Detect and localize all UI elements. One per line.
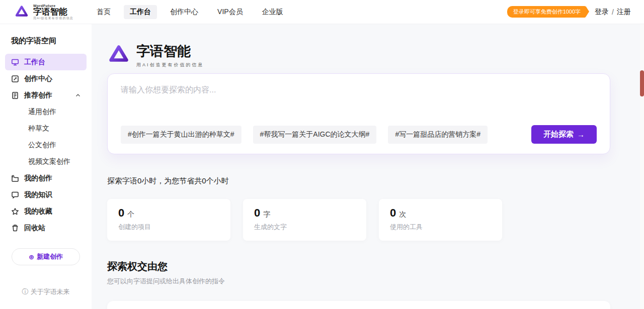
- nav-item-workbench[interactable]: 工作台: [124, 5, 157, 19]
- scrollbar-thumb[interactable]: [640, 70, 644, 96]
- sidebar: 我的字语空间 工作台 创作中心 推荐创作: [0, 24, 92, 309]
- stat-unit: 次: [399, 210, 406, 219]
- auth-divider: /: [612, 8, 614, 16]
- about-label: 关于字语未来: [31, 287, 70, 296]
- nav-item-vip[interactable]: VIP会员: [211, 5, 249, 19]
- search-input[interactable]: [121, 85, 597, 117]
- auth-links: 登录 / 注册: [595, 8, 631, 17]
- main-content: 字语智能 用AI创造更有价值的信息 #创作一篇关于黄山出游的种草文# #帮我写一…: [92, 24, 644, 309]
- sidebar-item-my-knowledge[interactable]: 我的知识: [5, 186, 87, 203]
- about-link[interactable]: ⓘ 关于字语未来: [5, 287, 87, 296]
- suggestion-chips-row: #创作一篇关于黄山出游的种草文# #帮我写一篇关于AIGC的论文大纲# #写一篇…: [121, 125, 597, 144]
- stat-label: 使用的工具: [390, 223, 491, 232]
- nav-item-home[interactable]: 首页: [91, 5, 117, 19]
- my-knowledge-icon: [11, 191, 19, 199]
- stat-value: 0: [118, 207, 124, 220]
- brand-triangle-icon-large: [107, 43, 130, 68]
- sidebar-item-recycle-bin[interactable]: 回收站: [5, 220, 87, 236]
- top-navbar: WordFuture 字语智能 用AI创造更有价值的信息 首页 工作台 创作中心…: [0, 0, 644, 24]
- qa-example-card: “ 字语智能是什么? 嗯，帮我创作一篇北京出游攻略 ▴: [107, 301, 610, 309]
- workbench-icon: [11, 58, 19, 66]
- app-logo[interactable]: WordFuture 字语智能 用AI创造更有价值的信息: [14, 4, 73, 20]
- chevron-up-icon[interactable]: [75, 93, 80, 98]
- creation-center-icon: [11, 75, 19, 83]
- stat-unit: 字: [263, 210, 270, 219]
- brand-triangle-icon: [14, 4, 29, 19]
- suggestion-chip-aigc[interactable]: #帮我写一篇关于AIGC的论文大纲#: [253, 126, 377, 144]
- sidebar-item-label: 创作中心: [24, 74, 52, 83]
- sidebar-title: 我的字语空间: [5, 31, 87, 54]
- sidebar-subitem-seeding[interactable]: 种草文: [5, 120, 87, 137]
- stat-card-tools: 0 次 使用的工具: [379, 199, 502, 241]
- explore-section-header: 探索权交由您 您可以向字语提问或给出具体创作的指令: [107, 260, 610, 286]
- section-subtitle: 您可以向字语提问或给出具体创作的指令: [107, 277, 610, 286]
- stat-cards-row: 0 个 创建的项目 0 字 生成的文字 0 次: [107, 199, 610, 241]
- register-link[interactable]: 注册: [617, 8, 631, 17]
- sidebar-item-label: 我的创作: [24, 174, 52, 183]
- sidebar-subitem-video-copy[interactable]: 视频文案创作: [5, 153, 87, 170]
- sidebar-item-label: 我的收藏: [24, 207, 52, 216]
- nav-item-enterprise[interactable]: 企业版: [256, 5, 289, 19]
- page-scrollbar[interactable]: [640, 24, 644, 309]
- brand-tagline: 用AI创造更有价值的信息: [33, 17, 73, 20]
- sidebar-item-my-works[interactable]: 我的创作: [5, 170, 87, 186]
- suggestion-chip-dessert[interactable]: #写一篇甜品店的营销方案#: [388, 126, 488, 144]
- section-title: 探索权交由您: [107, 260, 610, 273]
- stat-card-words: 0 字 生成的文字: [243, 199, 366, 241]
- sidebar-item-label: 工作台: [24, 58, 45, 67]
- favorites-icon: [11, 208, 19, 216]
- arrow-right-icon: →: [577, 130, 585, 139]
- sidebar-item-label: 我的知识: [24, 190, 52, 199]
- sidebar-subitem-official[interactable]: 公文创作: [5, 137, 87, 153]
- suggestion-chip-huangshan[interactable]: #创作一篇关于黄山出游的种草文#: [121, 126, 242, 144]
- new-creation-label: 新建创作: [37, 252, 63, 261]
- recycle-bin-icon: [11, 224, 19, 232]
- plus-circle-icon: ⊕: [29, 253, 34, 261]
- recommend-icon: [11, 91, 19, 99]
- usage-summary-text: 探索字语0小时，为您节省共0个小时: [107, 176, 610, 186]
- hero-brand-block: 字语智能 用AI创造更有价值的信息: [107, 42, 610, 68]
- stat-label: 生成的文字: [254, 223, 355, 232]
- nav-right: 登录即可享免费创作1000字 登录 / 注册: [507, 6, 631, 18]
- start-explore-label: 开始探索: [543, 130, 574, 139]
- stat-label: 创建的项目: [118, 223, 219, 232]
- brand-name: 字语智能: [33, 8, 73, 17]
- login-promo-badge[interactable]: 登录即可享免费创作1000字: [507, 6, 586, 18]
- nav-item-creation-center[interactable]: 创作中心: [164, 5, 204, 19]
- stat-value: 0: [254, 207, 260, 220]
- search-panel: #创作一篇关于黄山出游的种草文# #帮我写一篇关于AIGC的论文大纲# #写一篇…: [107, 73, 610, 154]
- stat-unit: 个: [127, 210, 134, 219]
- sidebar-item-recommend[interactable]: 推荐创作: [5, 87, 87, 104]
- info-circle-icon: ⓘ: [22, 287, 29, 296]
- new-creation-button[interactable]: ⊕ 新建创作: [12, 248, 80, 265]
- my-works-icon: [11, 174, 19, 182]
- stat-value: 0: [390, 207, 396, 220]
- sidebar-item-creation-center[interactable]: 创作中心: [5, 70, 87, 87]
- sidebar-item-label: 推荐创作: [24, 91, 52, 100]
- sidebar-item-workbench[interactable]: 工作台: [5, 54, 87, 70]
- hero-tagline: 用AI创造更有价值的信息: [136, 62, 204, 68]
- start-explore-button[interactable]: 开始探索 →: [531, 125, 597, 144]
- sidebar-subitem-general[interactable]: 通用创作: [5, 104, 87, 120]
- hero-brand-name: 字语智能: [136, 42, 204, 60]
- login-link[interactable]: 登录: [595, 8, 609, 17]
- sidebar-item-favorites[interactable]: 我的收藏: [5, 203, 87, 220]
- sidebar-item-label: 回收站: [24, 224, 45, 233]
- nav-menu: 首页 工作台 创作中心 VIP会员 企业版: [91, 5, 289, 19]
- stat-card-projects: 0 个 创建的项目: [107, 199, 230, 241]
